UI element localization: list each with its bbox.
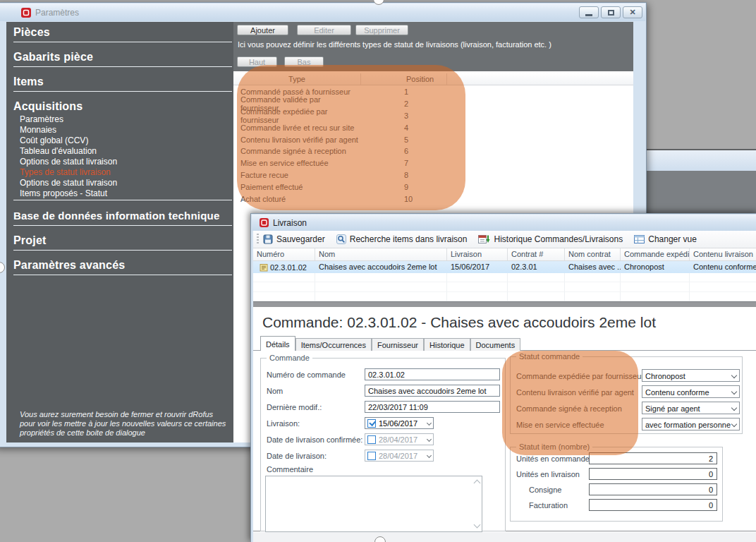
order-header-title: Commande: 02.3.01.02 - Chaises avec acco… <box>262 314 656 331</box>
parametres-titlebar: Paramètres <box>0 4 645 21</box>
commande-groupbox: Commande Numéro de commande 02.3.01.02 N… <box>260 358 506 531</box>
col-numero[interactable]: Numéro <box>253 248 315 260</box>
livraison-title: Livraison <box>273 218 307 228</box>
sidebar-item-options-statut-livraison-2[interactable]: Options de statut livraison <box>20 178 117 188</box>
toolbar-grip[interactable] <box>257 234 259 245</box>
commentaire-label: Commentaire <box>267 465 313 474</box>
numero-commande-field[interactable]: 02.3.01.02 <box>365 368 500 380</box>
horizontal-scrollbar[interactable] <box>253 301 756 307</box>
tab-fournisseur[interactable]: Fournisseur <box>372 338 424 351</box>
derniere-modif-label: Dernière modif.: <box>267 403 322 411</box>
maximize-button[interactable] <box>601 6 621 18</box>
sidebar-item-cout-global[interactable]: Coût global (CCV) <box>20 136 88 145</box>
search-icon <box>336 234 346 244</box>
sidebar-item-monnaies[interactable]: Monnaies <box>20 125 56 135</box>
nom-field[interactable]: Chaises avec accoudoirs 2eme lot <box>365 385 500 397</box>
consigne-field[interactable]: 0 <box>589 483 717 495</box>
order-row-selected[interactable]: 02.3.01.02 Chaises avec accoudoirs 2eme … <box>253 261 756 273</box>
sidebar-note: Vous aurez surement besoin de fermer et … <box>20 410 228 438</box>
change-view-button[interactable]: Changer vue <box>634 234 697 244</box>
consigne-label: Consigne <box>529 486 561 494</box>
divider <box>13 91 232 92</box>
close-icon: ✕ <box>629 8 635 16</box>
sidebar-item-projet[interactable]: Projet <box>13 234 47 247</box>
livraison-titlebar: Livraison <box>252 215 756 231</box>
edit-button[interactable]: Editer <box>297 25 351 35</box>
unchecked-checkbox[interactable] <box>367 452 376 460</box>
col-contenu[interactable]: Contenu livraison <box>690 248 756 260</box>
facturation-field[interactable]: 0 <box>589 499 717 511</box>
tab-items-occurrences[interactable]: Items/Occurrences <box>295 338 372 351</box>
parametres-sidebar: Pièces Gabarits pièce Items Acquisitions… <box>6 22 233 442</box>
statut-combo-contenu[interactable]: Contenu conforme <box>642 385 740 398</box>
scroll-up-icon[interactable] <box>474 480 481 487</box>
date-livraison-label: Date de livraison: <box>267 452 327 460</box>
col-contrat[interactable]: Contrat # <box>508 248 565 260</box>
screen: Paramètres ✕ Pièces Gabarits pièce Items… <box>0 0 756 542</box>
unchecked-checkbox[interactable] <box>367 435 376 444</box>
add-button[interactable]: Ajouter <box>237 25 288 35</box>
close-button[interactable]: ✕ <box>623 6 642 18</box>
window-lower-chrome <box>253 532 756 542</box>
chevron-down-icon <box>427 437 432 442</box>
tab-details[interactable]: Détails <box>260 336 295 351</box>
divider <box>13 66 232 67</box>
sidebar-item-items[interactable]: Items <box>13 76 44 88</box>
commande-legend: Commande <box>267 354 312 362</box>
save-button[interactable]: Sauvegarder <box>263 234 325 244</box>
sidebar-item-tableau-evaluation[interactable]: Tableau d'évaluation <box>20 146 97 156</box>
sidebar-item-pieces[interactable]: Pièces <box>13 26 50 39</box>
date-confirmee-picker[interactable]: 28/04/2017 <box>365 433 434 445</box>
history-calendar-icon <box>478 234 490 244</box>
statut-combo-signe[interactable]: Signé par agent <box>642 402 740 414</box>
livraison-toolbar: Sauvegarder Recherche items dans livrais… <box>253 231 756 248</box>
sidebar-item-acquisitions[interactable]: Acquisitions <box>13 100 83 113</box>
sidebar-item-options-statut-livraison[interactable]: Options de statut livraison <box>20 157 117 167</box>
col-livraison[interactable]: Livraison <box>447 248 508 260</box>
parametres-title: Paramètres <box>35 8 79 18</box>
chevron-down-icon <box>731 373 737 378</box>
change-view-icon <box>634 235 645 243</box>
delete-button[interactable]: Supprimer <box>355 25 408 35</box>
facturation-label: Facturation <box>529 501 568 510</box>
chevron-down-icon <box>427 453 432 458</box>
search-items-button[interactable]: Recherche items dans livraison <box>336 234 468 244</box>
statut-item-groupbox: Statut item (nombre) Unités en commande … <box>510 447 723 522</box>
note-icon <box>260 263 268 272</box>
commentaire-textarea[interactable] <box>265 476 482 532</box>
chevron-down-icon <box>731 421 737 427</box>
empty-grid-row <box>253 292 756 301</box>
minimize-button[interactable] <box>579 6 599 18</box>
derniere-modif-field[interactable]: 22/03/2017 11:09 <box>365 401 500 413</box>
chevron-down-icon <box>731 405 737 411</box>
divider <box>13 42 232 42</box>
col-nom-contrat[interactable]: Nom contrat <box>565 248 621 260</box>
minimize-icon <box>585 14 592 16</box>
statut-combo-mise-en-service[interactable]: avec formation personne <box>642 418 740 430</box>
unites-livraison-label: Unités en livraison <box>516 470 580 478</box>
sidebar-item-gabarits[interactable]: Gabarits pièce <box>13 51 93 64</box>
sidebar-item-parametres[interactable]: Paramètres <box>20 114 63 124</box>
app-icon <box>260 218 269 227</box>
checked-checkbox[interactable] <box>367 419 376 428</box>
divider <box>13 225 232 226</box>
date-confirmee-label: Date de livraison confirmée: <box>267 435 362 444</box>
tab-historique[interactable]: Historique <box>424 338 470 351</box>
sidebar-item-types-statut-livraison-selected[interactable]: Types de statut livraison <box>20 167 111 177</box>
livraison-date-label: Livraison: <box>267 419 300 428</box>
date-livraison-picker[interactable]: 28/04/2017 <box>365 450 434 462</box>
sidebar-item-base-donnees[interactable]: Base de données information technique <box>13 210 219 222</box>
livraison-date-picker[interactable]: 15/06/2017 <box>365 417 434 429</box>
sidebar-item-parametres-avances[interactable]: Paramètres avancés <box>13 259 125 272</box>
col-commande-expediee[interactable]: Commande expédiée pa... <box>621 248 690 260</box>
sidebar-item-items-proposes[interactable]: Items proposés - Statut <box>20 188 107 198</box>
history-button[interactable]: Historique Commandes/Livraisons <box>478 234 623 244</box>
divider <box>13 275 232 275</box>
parametres-toolbar-band: Ajouter Editer Supprimer Ici vous pouvez… <box>233 22 633 71</box>
unites-livraison-field[interactable]: 0 <box>589 468 717 480</box>
col-nom[interactable]: Nom <box>315 248 447 260</box>
tab-documents[interactable]: Documents <box>470 338 521 351</box>
background-strip-dark <box>638 171 756 215</box>
scroll-down-icon[interactable] <box>474 522 481 529</box>
statut-combo-chronopost[interactable]: Chronopost <box>642 369 740 382</box>
